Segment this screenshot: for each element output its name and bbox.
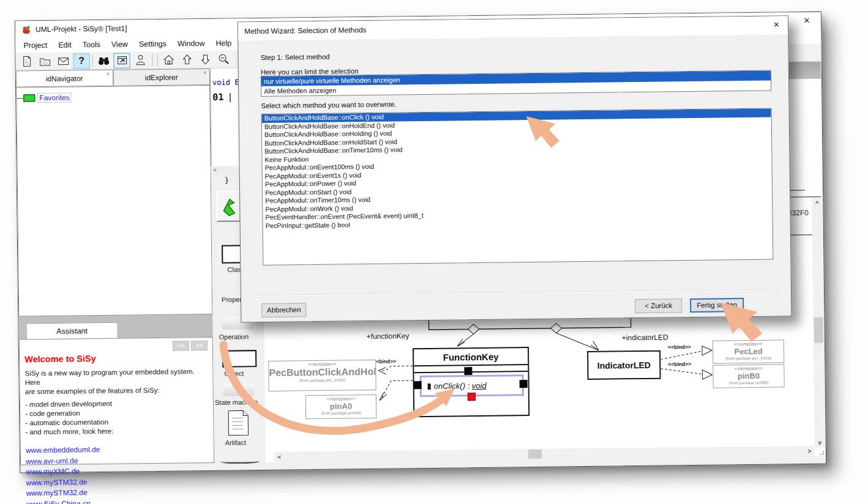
tree-item-label[interactable]: Favorites: [37, 93, 72, 103]
mail-icon[interactable]: [54, 53, 71, 69]
bind-stereotype-label: <<bind>>: [373, 358, 396, 365]
code-text: void E: [212, 78, 239, 86]
dialog-select-label: Select which method you want to overwrit…: [261, 101, 396, 110]
menu-item[interactable]: Settings: [133, 38, 172, 51]
project-tree: Favorites: [16, 85, 212, 317]
tree-branch-line: [17, 98, 23, 98]
artifact-tool-label[interactable]: Artifact: [225, 439, 246, 446]
scroll-left-icon[interactable]: <: [274, 452, 285, 462]
close-icon[interactable]: ×: [106, 70, 110, 77]
help-icon[interactable]: ?: [73, 53, 89, 69]
tab-label: idNavigator: [46, 74, 83, 83]
menu-item[interactable]: Window: [172, 37, 211, 50]
operation-icon: [428, 383, 431, 389]
navigate-down-icon[interactable]: [196, 51, 213, 67]
horizontal-scroll-thumb[interactable]: [528, 450, 542, 459]
uml-template-pecbuttonclickandhold[interactable]: <<template>> PecButtonClickAndHold (from…: [268, 360, 376, 391]
menu-item[interactable]: Edit: [53, 39, 77, 51]
new-document-icon[interactable]: [18, 54, 34, 69]
bind-stereotype-label: <<bind>>: [668, 344, 691, 350]
scroll-up-icon[interactable]: ^: [812, 198, 822, 209]
vertical-scrollbar[interactable]: ^ v: [812, 198, 825, 448]
tree-item-favorites[interactable]: Favorites: [17, 91, 209, 103]
tab-idexplorer[interactable]: idExplorer ×: [113, 69, 210, 86]
assistant-prev-button[interactable]: <<: [173, 341, 189, 350]
zoom-out-icon[interactable]: [215, 51, 231, 67]
dialog-separator: [256, 289, 776, 296]
method-wizard-dialog: Method Wizard: Selection of Methods × St…: [238, 15, 792, 322]
assistant-panel: << >> Welcome to SiSy SiSy is a new way …: [19, 337, 214, 465]
app-logo-icon: [21, 24, 31, 34]
state-machine-tool-icon[interactable]: [223, 384, 254, 396]
selection-handle-left[interactable]: [414, 381, 422, 389]
tab-assistant[interactable]: Assistant: [26, 322, 118, 339]
toolbar-separator: [157, 54, 157, 66]
menu-item[interactable]: Project: [18, 39, 53, 52]
role-label-functionkey: +functionKey: [367, 332, 410, 341]
menu-item[interactable]: Help: [210, 37, 237, 49]
state-machine-tool-label[interactable]: State machine: [215, 398, 258, 406]
scroll-down-icon[interactable]: v: [815, 437, 825, 448]
document-tabs: idNavigator × idExplorer ×: [16, 69, 210, 87]
assistant-heading: Welcome to SiSy: [24, 352, 208, 364]
selection-handle-top[interactable]: [464, 367, 472, 375]
scene: UML-Projekt - SiSy® [Test1] × ProjectEdi…: [13, 4, 836, 478]
code-editor: void E 01|: [210, 68, 240, 166]
back-button[interactable]: < Zurück: [635, 298, 682, 313]
left-panel: idNavigator × idExplorer × Favorites Ass…: [16, 69, 214, 465]
uml-template-pina0[interactable]: <<template>> pinA0 (from package portA0): [305, 395, 376, 419]
menu-item[interactable]: Tools: [77, 39, 106, 51]
search-icon[interactable]: [95, 53, 111, 68]
code-brace: }: [225, 176, 229, 185]
green-run-tool-button[interactable]: [216, 191, 241, 221]
object-tool-icon[interactable]: [222, 350, 256, 368]
close-icon[interactable]: ×: [203, 69, 207, 76]
panel-collapse-handle[interactable]: [220, 459, 260, 464]
toolbar-separator: [92, 54, 93, 67]
uml-template-pecled[interactable]: <<template>> PecLed (from package pec_In…: [713, 339, 784, 363]
line-number: 01|: [212, 92, 233, 103]
object-tool-label[interactable]: Object: [224, 369, 244, 377]
assistant-feature-line: - and much more, look here:: [25, 426, 208, 437]
selection-handle-bottom-red[interactable]: [468, 393, 476, 401]
green-node-icon: [23, 94, 35, 102]
uml-template-pinb0[interactable]: <<template>> pinB0 (from package portB0): [713, 364, 784, 388]
assistant-next-button[interactable]: >>: [191, 341, 208, 350]
toolbar-separator: [152, 54, 153, 66]
artifact-tool-icon[interactable]: [227, 409, 249, 436]
open-folder-icon[interactable]: [36, 53, 53, 69]
tab-label: idExplorer: [145, 73, 178, 82]
uml-class-functionkey[interactable]: FunctionKey onClick() : void: [413, 347, 529, 417]
home-icon[interactable]: [160, 52, 176, 67]
menu-item[interactable]: View: [106, 38, 133, 51]
navigate-up-icon[interactable]: [178, 52, 195, 67]
dialog-title: Method Wizard: Selection of Methods: [244, 26, 367, 35]
assistant-text-line: SiSy is a new way to program your embedd…: [24, 367, 208, 387]
window-arrange-icon[interactable]: [113, 53, 130, 68]
scroll-right-icon[interactable]: >: [804, 446, 815, 456]
operation-tool-label[interactable]: Operation: [219, 333, 249, 341]
selection-handle-right[interactable]: [520, 380, 528, 388]
role-label-indicatorled: +indicatorLED: [622, 333, 668, 342]
bind-stereotype-label: <<bind>>: [668, 361, 691, 367]
vertical-scroll-thumb[interactable]: [814, 317, 823, 343]
window-title: UML-Projekt - SiSy® [Test1]: [36, 24, 127, 34]
uml-class-indicatorled[interactable]: IndicatorLED: [587, 350, 661, 380]
person-icon[interactable]: [132, 53, 148, 68]
dialog-close-button[interactable]: ×: [774, 19, 780, 30]
dialog-step-label: Step 1: Select method: [261, 53, 330, 61]
finish-button[interactable]: Fertig stellen: [690, 298, 744, 313]
editor-scroll-left-button[interactable]: <: [211, 166, 236, 174]
resize-grip[interactable]: [816, 447, 825, 456]
cancel-button[interactable]: Abbrechen: [261, 303, 306, 317]
window-close-button[interactable]: ×: [799, 15, 815, 27]
method-listbox[interactable]: ButtonClickAndHoldBase::onClick () voidB…: [261, 108, 774, 265]
assistant-tab-row: Assistant: [18, 321, 212, 339]
assistant-text-line: are some examples of the features of SiS…: [25, 385, 208, 396]
tab-idnavigator[interactable]: idNavigator ×: [16, 70, 113, 87]
